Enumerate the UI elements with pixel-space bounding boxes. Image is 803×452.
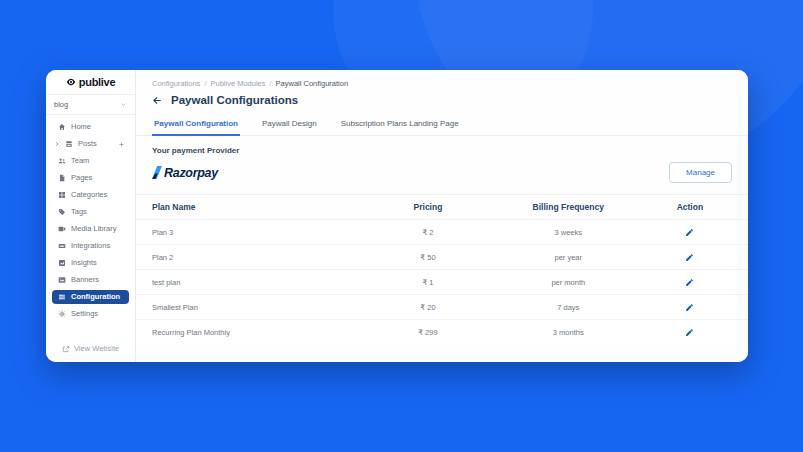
sidebar-item-media-library[interactable]: Media Library bbox=[52, 222, 129, 236]
integrations-icon bbox=[58, 242, 66, 250]
sidebar-item-label: Tags bbox=[71, 208, 87, 216]
tab-paywall-configuration[interactable]: Paywall Configuration bbox=[152, 115, 240, 136]
tab-bar: Paywall Configuration Paywall Design Sub… bbox=[136, 115, 748, 136]
sidebar-item-label: Media Library bbox=[71, 225, 116, 233]
external-link-icon bbox=[62, 345, 70, 353]
view-website-label: View Website bbox=[74, 344, 119, 353]
plan-pricing: ₹ 2 bbox=[367, 228, 489, 237]
breadcrumb-item-configurations[interactable]: Configurations bbox=[152, 79, 200, 88]
sidebar-item-settings[interactable]: Settings bbox=[52, 307, 129, 321]
table-row: Smallest Plan ₹ 20 7 days bbox=[136, 294, 748, 319]
media-library-icon bbox=[58, 225, 66, 233]
publive-eye-icon bbox=[66, 77, 76, 87]
breadcrumb-item-paywall-configuration: Paywall Configuration bbox=[276, 79, 349, 88]
posts-icon bbox=[65, 140, 73, 148]
edit-pencil-icon[interactable] bbox=[685, 278, 694, 287]
sidebar-item-label: Team bbox=[71, 157, 89, 165]
plan-pricing: ₹ 1 bbox=[367, 278, 489, 287]
page-header: Paywall Configurations bbox=[152, 94, 732, 106]
brand-logo: publive bbox=[46, 70, 135, 95]
plan-name: Plan 3 bbox=[152, 228, 367, 237]
site-selector[interactable]: blog bbox=[46, 95, 135, 115]
payment-provider-label: Your payment Provider bbox=[152, 146, 732, 155]
column-action: Action bbox=[648, 202, 732, 212]
plan-frequency: 3 weeks bbox=[489, 228, 648, 237]
sidebar-item-label: Insights bbox=[71, 259, 97, 267]
plan-frequency: 3 months bbox=[489, 328, 648, 337]
team-icon bbox=[58, 157, 66, 165]
edit-pencil-icon[interactable] bbox=[685, 303, 694, 312]
sidebar-item-configuration[interactable]: Configuration bbox=[52, 290, 129, 304]
razorpay-slash-icon bbox=[152, 166, 162, 179]
plus-icon[interactable] bbox=[118, 141, 125, 148]
pages-icon bbox=[58, 174, 66, 182]
plan-frequency: per month bbox=[489, 278, 648, 287]
sidebar-item-pages[interactable]: Pages bbox=[52, 171, 129, 185]
sidebar-item-label: Home bbox=[71, 123, 91, 131]
app-window: publive blog Home Posts Team bbox=[46, 70, 748, 362]
sidebar: publive blog Home Posts Team bbox=[46, 70, 136, 362]
breadcrumb-item-publive-modules[interactable]: Publive Modules bbox=[210, 79, 265, 88]
plan-name: Smallest Plan bbox=[152, 303, 367, 312]
sidebar-item-tags[interactable]: Tags bbox=[52, 205, 129, 219]
plan-name: Plan 2 bbox=[152, 253, 367, 262]
sidebar-item-label: Posts bbox=[78, 140, 97, 148]
sidebar-item-label: Banners bbox=[71, 276, 99, 284]
breadcrumb: Configurations / Publive Modules / Paywa… bbox=[152, 70, 732, 88]
table-row: test plan ₹ 1 per month bbox=[136, 269, 748, 294]
payment-provider-row: Razorpay Manage bbox=[152, 162, 732, 183]
sidebar-item-posts[interactable]: Posts bbox=[52, 137, 129, 151]
page-title: Paywall Configurations bbox=[171, 94, 298, 106]
plan-pricing: ₹ 299 bbox=[367, 328, 489, 337]
column-pricing: Pricing bbox=[367, 202, 489, 212]
sidebar-item-label: Pages bbox=[71, 174, 92, 182]
table-row: Recurring Plan Monthly ₹ 299 3 months bbox=[136, 319, 748, 344]
plan-frequency: per year bbox=[489, 253, 648, 262]
chevron-down-icon bbox=[120, 101, 127, 108]
sidebar-item-label: Integrations bbox=[71, 242, 110, 250]
plans-table-header: Plan Name Pricing Billing Frequency Acti… bbox=[136, 195, 748, 219]
tags-icon bbox=[58, 208, 66, 216]
plan-name: test plan bbox=[152, 278, 367, 287]
settings-icon bbox=[58, 310, 66, 318]
manage-button[interactable]: Manage bbox=[669, 162, 732, 183]
razorpay-logo-text: Razorpay bbox=[164, 167, 218, 180]
edit-pencil-icon[interactable] bbox=[685, 253, 694, 262]
sidebar-item-insights[interactable]: Insights bbox=[52, 256, 129, 270]
razorpay-logo: Razorpay bbox=[152, 166, 218, 179]
site-selector-value: blog bbox=[54, 100, 68, 109]
column-billing-frequency: Billing Frequency bbox=[489, 202, 648, 212]
column-plan-name: Plan Name bbox=[152, 202, 367, 212]
edit-pencil-icon[interactable] bbox=[685, 228, 694, 237]
plan-pricing: ₹ 50 bbox=[367, 253, 489, 262]
edit-pencil-icon[interactable] bbox=[685, 328, 694, 337]
caret-right-icon[interactable] bbox=[54, 141, 60, 147]
sidebar-item-home[interactable]: Home bbox=[52, 120, 129, 134]
brand-logo-text: publive bbox=[79, 76, 115, 88]
sidebar-item-categories[interactable]: Categories bbox=[52, 188, 129, 202]
plan-frequency: 7 days bbox=[489, 303, 648, 312]
sidebar-item-team[interactable]: Team bbox=[52, 154, 129, 168]
sidebar-item-label: Settings bbox=[71, 310, 98, 318]
tab-paywall-design[interactable]: Paywall Design bbox=[260, 115, 319, 135]
sidebar-nav: Home Posts Team Pages Categories bbox=[46, 115, 135, 338]
insights-icon bbox=[58, 259, 66, 267]
breadcrumb-separator: / bbox=[270, 79, 272, 88]
main-content: Configurations / Publive Modules / Paywa… bbox=[136, 70, 748, 362]
sidebar-item-banners[interactable]: Banners bbox=[52, 273, 129, 287]
banners-icon bbox=[58, 276, 66, 284]
plans-table: Plan Name Pricing Billing Frequency Acti… bbox=[136, 194, 748, 362]
breadcrumb-separator: / bbox=[204, 79, 206, 88]
sidebar-item-label: Categories bbox=[71, 191, 107, 199]
view-website-link[interactable]: View Website bbox=[46, 338, 135, 362]
plan-name: Recurring Plan Monthly bbox=[152, 328, 367, 337]
home-icon bbox=[58, 123, 66, 131]
tab-subscription-plans-landing-page[interactable]: Subscription Plans Landing Page bbox=[339, 115, 461, 135]
table-row: Plan 3 ₹ 2 3 weeks bbox=[136, 219, 748, 244]
plan-pricing: ₹ 20 bbox=[367, 303, 489, 312]
categories-icon bbox=[58, 191, 66, 199]
sidebar-item-integrations[interactable]: Integrations bbox=[52, 239, 129, 253]
sidebar-item-label: Configuration bbox=[71, 293, 120, 301]
back-arrow-icon[interactable] bbox=[152, 95, 163, 106]
configuration-icon bbox=[58, 293, 66, 301]
